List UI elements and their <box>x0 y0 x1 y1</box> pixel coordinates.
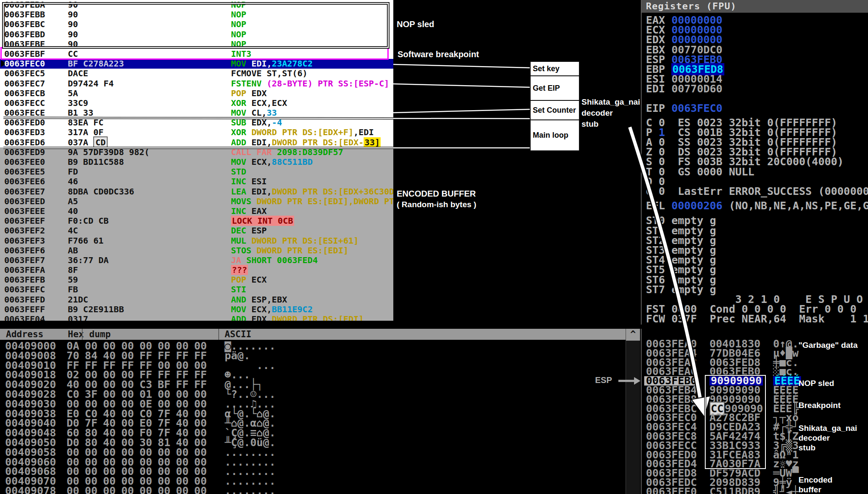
disasm-instruction[interactable]: STOS DWORD PTR ES:[EDI] <box>231 246 348 255</box>
disasm-address[interactable]: 0063FEC7 <box>4 79 45 89</box>
disasm-row[interactable]: 0063FEFB59POP ECX <box>0 275 393 285</box>
disasm-instruction[interactable]: MOV EDI,23A278C2 <box>231 59 313 69</box>
disasm-hexbytes[interactable]: FD <box>68 167 78 177</box>
hex-byte[interactable]: 00 <box>176 486 194 494</box>
flag-row[interactable]: O 0 LastErr ERROR_SUCCESS (0000000 <box>646 186 868 196</box>
disasm-address[interactable]: 0063FEBC <box>4 19 45 29</box>
disasm-row[interactable]: 0063FEBC90NOP <box>0 19 393 29</box>
disasm-row[interactable]: 0063FED6037A CDADD EDI,DWORD PTR DS:[EDX… <box>0 138 393 147</box>
disasm-instruction[interactable]: LEA EDI,DWORD PTR DS:[EDX+36C30D] <box>231 187 393 197</box>
disasm-row[interactable]: 0063FEFD21DCAND ESP,EBX <box>0 295 393 305</box>
disasm-hexbytes[interactable]: 33C9 <box>68 98 88 108</box>
disasm-row[interactable]: 0063FEF6ABSTOS DWORD PTR ES:[EDI] <box>0 246 393 255</box>
disasm-instruction[interactable]: LOCK INT 0CB <box>231 216 294 226</box>
disasm-hexbytes[interactable]: 0317 <box>68 314 88 321</box>
hex-byte[interactable]: 00 <box>103 486 121 494</box>
hex-byte[interactable]: 00 <box>139 486 158 494</box>
disasm-hexbytes[interactable]: 83EA FC <box>68 118 103 128</box>
disasm-row[interactable]: 0063FECEB1 33MOV CL,33 <box>0 108 393 118</box>
disasm-instruction[interactable]: MOV CL,33 <box>231 108 277 118</box>
hexdump-row[interactable]: 004090780000000000000000........ <box>0 486 626 494</box>
disasm-hexbytes[interactable]: 8F <box>68 265 78 275</box>
disasm-row[interactable]: 0063FEFA8F??? <box>0 265 393 275</box>
disasm-hexbytes[interactable]: 59 <box>68 275 78 285</box>
disasm-row[interactable]: 0063FEEDA5MOVS DWORD PTR ES:[EDI],DWORD … <box>0 197 393 206</box>
disasm-hexbytes[interactable]: B9 BD11C588 <box>68 157 124 167</box>
disasm-row[interactable]: 0063FEBB90NOP <box>0 10 393 19</box>
disasm-hexbytes[interactable]: B9 C2E911BB <box>68 305 124 314</box>
fcw-row[interactable]: FCW 037F Prec NEAR,64 Mask 1 1 <box>646 314 868 324</box>
disasm-row[interactable]: 0063FEE78DBA CD0DC336LEA EDI,DWORD PTR D… <box>0 187 393 197</box>
disasm-row[interactable]: 0063FEC7D97424 F4FSTENV (28-BYTE) PTR SS… <box>0 79 393 89</box>
disasm-address[interactable]: 0063FEE5 <box>4 167 45 177</box>
disasm-address[interactable]: 0063FECC <box>4 98 45 108</box>
disasm-row[interactable]: 0063FEBA90NOP <box>0 0 393 10</box>
disasm-hexbytes[interactable]: AB <box>68 246 78 255</box>
disasm-address[interactable]: 0063FF04 <box>4 314 45 321</box>
disasm-row[interactable]: 0063FEC5DACEFCMOVE ST,ST(6) <box>0 69 393 78</box>
stack-address[interactable]: 0063FEE0 <box>646 487 697 494</box>
disasm-instruction[interactable]: INC EAX <box>231 206 267 216</box>
disasm-address[interactable]: 0063FEEE <box>4 206 45 216</box>
disasm-hexbytes[interactable]: 90 <box>68 30 78 39</box>
hexdump-bytes[interactable]: 0000000000000000 <box>67 486 212 494</box>
disasm-address[interactable]: 0063FEBA <box>4 0 45 10</box>
disasm-instruction[interactable]: XOR DWORD PTR DS:[EDX+F],EDI <box>231 128 374 137</box>
disasm-address[interactable]: 0063FEFB <box>4 275 45 285</box>
disasm-instruction[interactable]: NOP <box>231 10 246 19</box>
disasm-address[interactable]: 0063FEEF <box>4 216 45 226</box>
disasm-hexbytes[interactable]: 037A CD <box>68 138 108 147</box>
disasm-address[interactable]: 0063FEC5 <box>4 69 45 78</box>
disasm-instruction[interactable]: ??? <box>231 265 248 275</box>
hex-byte[interactable]: 00 <box>194 486 212 494</box>
column-separator[interactable] <box>218 329 219 340</box>
disasm-row[interactable]: 0063FED99A 57DF39D8 982(CALL FAR 2098:D8… <box>0 147 393 157</box>
disasm-hexbytes[interactable]: DACE <box>68 69 88 78</box>
disasm-row[interactable]: 0063FECC33C9XOR ECX,ECX <box>0 98 393 108</box>
disasm-address[interactable]: 0063FEFA <box>4 265 45 275</box>
disasm-hexbytes[interactable]: 36:77 DA <box>68 255 108 265</box>
disasm-instruction[interactable]: STD <box>231 167 246 177</box>
hexdump-address[interactable]: 00409078 <box>5 486 56 494</box>
hexdump-header-ascii[interactable]: ASCII <box>225 329 251 340</box>
disasm-hexbytes[interactable]: 9A 57DF39D8 982( <box>68 147 150 157</box>
disasm-row[interactable]: 0063FEE5FDSTD <box>0 167 393 177</box>
disasm-instruction[interactable]: NOP <box>231 0 246 10</box>
disasm-address[interactable]: 0063FEF2 <box>4 226 45 236</box>
hexdump-scrollbar[interactable]: ^ <box>626 329 640 494</box>
disasm-hexbytes[interactable]: 90 <box>68 10 78 19</box>
disasm-instruction[interactable]: ADD EDX,DWORD PTR DS:[EDI] <box>231 314 364 321</box>
stack-value[interactable]: C511BDB9 <box>709 487 760 494</box>
disasm-address[interactable]: 0063FEE7 <box>4 187 45 197</box>
disasm-row[interactable]: 0063FEEE40INC EAX <box>0 206 393 216</box>
disasm-instruction[interactable]: NOP <box>231 19 246 29</box>
disasm-hexbytes[interactable]: A5 <box>68 197 78 206</box>
disasm-instruction[interactable]: MOV ECX,88C511BD <box>231 157 313 167</box>
disasm-hexbytes[interactable]: BF C278A223 <box>68 59 124 69</box>
disasm-hexbytes[interactable]: 90 <box>68 19 78 29</box>
disasm-address[interactable]: 0063FED9 <box>4 147 45 157</box>
flag-row[interactable]: T 0 GS 0000 NULL <box>646 167 868 177</box>
disasm-row[interactable]: 0063FEC0BF C278A223MOV EDI,23A278C2 <box>0 59 393 69</box>
disasm-address[interactable]: 0063FEFD <box>4 295 45 305</box>
disasm-row[interactable]: 0063FEF3F766 61MUL DWORD PTR DS:[ESI+61] <box>0 236 393 246</box>
stack-row[interactable]: 0063FEE0C511BDB9╣╜◄┼ <box>642 487 868 494</box>
disasm-hexbytes[interactable]: F0:CD CB <box>68 216 108 226</box>
disasm-instruction[interactable]: XOR ECX,ECX <box>231 98 287 108</box>
disasm-address[interactable]: 0063FED3 <box>4 128 45 137</box>
disasm-address[interactable]: 0063FEF6 <box>4 246 45 255</box>
disasm-instruction[interactable]: MUL DWORD PTR DS:[ESI+61] <box>231 236 359 246</box>
disasm-instruction[interactable]: MOV ECX,BB11E9C2 <box>231 305 313 314</box>
disasm-row[interactable]: 0063FEF24CDEC ESP <box>0 226 393 236</box>
disasm-row[interactable]: 0063FEE0B9 BD11C588MOV ECX,88C511BD <box>0 157 393 167</box>
disasm-hexbytes[interactable]: 40 <box>68 206 78 216</box>
disasm-address[interactable]: 0063FECE <box>4 108 45 118</box>
hexdump-header-hex[interactable]: Hex dump <box>68 329 111 340</box>
disasm-address[interactable]: 0063FEFF <box>4 305 45 314</box>
disasm-instruction[interactable]: POP EDX <box>231 89 267 98</box>
disasm-row[interactable]: 0063FEEFF0:CD CBLOCK INT 0CB <box>0 216 393 226</box>
disasm-hexbytes[interactable]: 90 <box>68 0 78 10</box>
disasm-instruction[interactable]: ADD EDI,DWORD PTR DS:[EDX-33] <box>231 138 381 147</box>
disasm-hexbytes[interactable]: 5A <box>68 89 78 98</box>
disasm-row[interactable]: 0063FF040317ADD EDX,DWORD PTR DS:[EDI] <box>0 314 393 321</box>
